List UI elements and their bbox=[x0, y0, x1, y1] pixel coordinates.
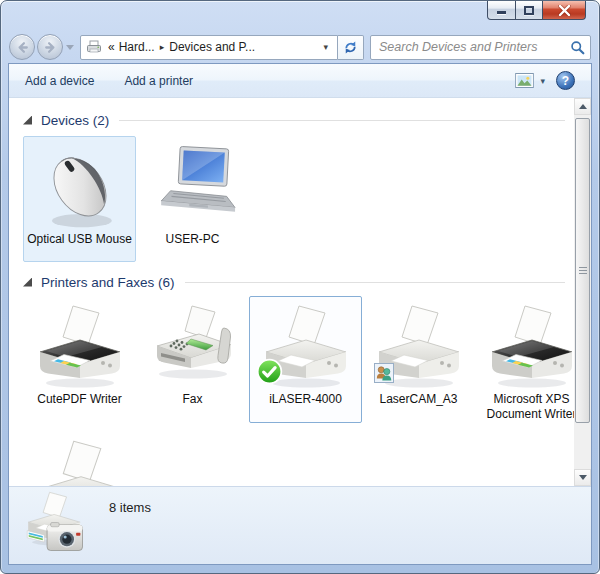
search-box[interactable] bbox=[370, 35, 591, 60]
items-count: 8 items bbox=[109, 500, 151, 515]
back-arrow-icon bbox=[13, 38, 32, 57]
group-header-rule bbox=[119, 120, 565, 121]
tile-label: Optical USB Mouse bbox=[27, 232, 132, 247]
tile-label: LaserCAM_A3 bbox=[379, 392, 457, 407]
chevron-down-icon bbox=[66, 45, 74, 50]
shared-printer-badge bbox=[374, 363, 394, 383]
tile-label: CutePDF Writer bbox=[37, 392, 121, 407]
group-label: Printers and Faxes (6) bbox=[41, 275, 175, 290]
close-icon bbox=[558, 5, 571, 16]
breadcrumb-current[interactable]: Devices and P... bbox=[167, 37, 257, 57]
forward-button[interactable] bbox=[37, 34, 63, 60]
tile-label: iLASER-4000 bbox=[269, 392, 342, 407]
refresh-button[interactable] bbox=[338, 35, 364, 60]
change-view-button[interactable]: ▾ bbox=[515, 73, 545, 88]
breadcrumb-overflow-chevron[interactable]: « bbox=[106, 37, 117, 57]
vertical-scrollbar[interactable] bbox=[574, 98, 591, 486]
tile-label: Fax bbox=[182, 392, 202, 407]
search-icon[interactable] bbox=[570, 40, 585, 55]
devices-and-printers-window: « Hard... ▸ Devices and P... ▾ Add a dev… bbox=[0, 0, 600, 574]
devices-row: Optical USB Mouse USER-PC bbox=[9, 136, 591, 262]
client-area: Add a device Add a printer ▾ ? Devices (… bbox=[8, 63, 592, 565]
printer-tile-microsoft-xps[interactable]: Microsoft XPS Document Writer bbox=[475, 296, 588, 423]
command-bar-right: ▾ ? bbox=[515, 71, 575, 90]
help-icon: ? bbox=[562, 74, 569, 88]
maximize-button[interactable] bbox=[516, 1, 543, 20]
minimize-icon bbox=[497, 11, 506, 14]
address-bar[interactable]: « Hard... ▸ Devices and P... ▾ bbox=[80, 35, 338, 60]
command-bar: Add a device Add a printer ▾ ? bbox=[9, 64, 591, 98]
group-label: Devices (2) bbox=[41, 113, 109, 128]
breadcrumb-root[interactable]: Hard... bbox=[117, 37, 157, 57]
tile-label: Microsoft XPS Document Writer bbox=[479, 392, 585, 422]
printer-tile-cutepdf-writer[interactable]: CutePDF Writer bbox=[23, 296, 136, 423]
add-printer-button[interactable]: Add a printer bbox=[124, 74, 193, 88]
scroll-up-button[interactable] bbox=[574, 98, 591, 115]
collapse-triangle-icon bbox=[23, 116, 32, 125]
scroll-down-button[interactable] bbox=[574, 469, 591, 486]
navigation-bar: « Hard... ▸ Devices and P... ▾ bbox=[9, 32, 591, 62]
minimize-button[interactable] bbox=[487, 1, 516, 20]
shared-users-icon bbox=[374, 363, 394, 383]
laptop-icon bbox=[145, 144, 241, 230]
caption-buttons bbox=[487, 1, 586, 20]
printer-icon bbox=[86, 39, 102, 55]
address-dropdown-arrow[interactable]: ▾ bbox=[316, 42, 335, 52]
recent-pages-dropdown[interactable] bbox=[65, 42, 75, 53]
group-header-printers[interactable]: Printers and Faxes (6) bbox=[23, 272, 565, 292]
triangle-down-icon bbox=[579, 475, 587, 480]
scrollbar-thumb[interactable] bbox=[575, 118, 590, 423]
printer-tile-lasercam-a3[interactable]: LaserCAM_A3 bbox=[362, 296, 475, 423]
maximize-icon bbox=[524, 6, 534, 15]
mouse-icon bbox=[32, 144, 128, 230]
green-check-icon bbox=[256, 358, 283, 385]
devices-and-printers-icon bbox=[23, 491, 91, 559]
device-tile-user-pc[interactable]: USER-PC bbox=[136, 136, 249, 262]
scrollbar-grip bbox=[579, 267, 587, 275]
refresh-icon bbox=[342, 39, 359, 56]
printer-dark-icon bbox=[32, 304, 128, 390]
breadcrumb-separator-icon[interactable]: ▸ bbox=[157, 42, 168, 52]
printers-row: CutePDF Writer Fax iLASER-4000 bbox=[9, 296, 591, 423]
search-input[interactable] bbox=[379, 40, 570, 54]
close-button[interactable] bbox=[543, 1, 586, 20]
help-button[interactable]: ? bbox=[556, 71, 575, 90]
items-view: Devices (2) Optical USB Mouse USER-PC bbox=[9, 98, 591, 486]
nav-buttons bbox=[9, 34, 75, 60]
fax-icon bbox=[145, 304, 241, 390]
forward-arrow-icon bbox=[41, 38, 60, 57]
add-device-button[interactable]: Add a device bbox=[25, 74, 94, 88]
triangle-up-icon bbox=[579, 104, 587, 109]
printer-tile-fax[interactable]: Fax bbox=[136, 296, 249, 423]
partially-visible-printer-tile[interactable] bbox=[31, 439, 131, 486]
group-header-devices[interactable]: Devices (2) bbox=[23, 110, 565, 130]
device-tile-optical-usb-mouse[interactable]: Optical USB Mouse bbox=[23, 136, 136, 262]
printer-tile-ilaser-4000[interactable]: iLASER-4000 bbox=[249, 296, 362, 423]
back-button[interactable] bbox=[9, 34, 35, 60]
collapse-triangle-icon bbox=[23, 278, 32, 287]
details-pane: 8 items bbox=[9, 486, 591, 564]
default-printer-badge bbox=[256, 358, 283, 385]
printer-light-icon bbox=[31, 439, 131, 486]
views-icon bbox=[515, 73, 534, 88]
tile-label: USER-PC bbox=[165, 232, 219, 247]
group-header-rule bbox=[185, 282, 565, 283]
printer-dark-icon bbox=[484, 304, 580, 390]
views-dropdown-arrow[interactable]: ▾ bbox=[540, 76, 545, 86]
